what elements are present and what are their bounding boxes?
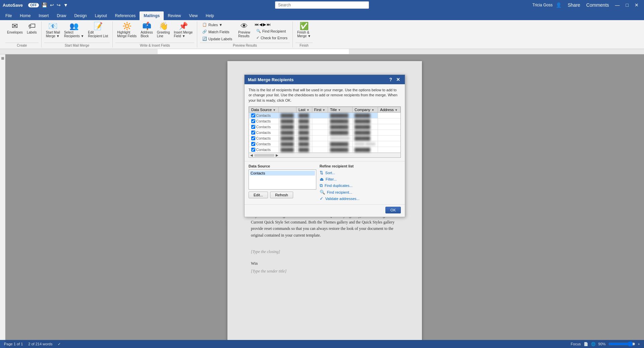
row-checkbox[interactable] xyxy=(251,119,255,123)
col-address[interactable]: Address ▼ xyxy=(378,107,400,113)
ruler-inner xyxy=(0,49,644,54)
envelopes-button[interactable]: ✉ Envelopes xyxy=(5,21,24,35)
tab-design[interactable]: Design xyxy=(70,11,91,20)
tab-draw[interactable]: Draw xyxy=(53,11,70,20)
scroll-left[interactable]: ◀ xyxy=(250,153,254,157)
greeting-line-button[interactable]: 👋 GreetingLine xyxy=(155,21,171,39)
edit-button[interactable]: Edit... xyxy=(249,192,268,198)
tab-help[interactable]: Help xyxy=(202,11,218,20)
datasource-item-contacts[interactable]: Contacts xyxy=(250,171,315,176)
col-company[interactable]: Company ▼ xyxy=(353,107,378,113)
prev-record-icon[interactable]: ⏮ xyxy=(255,22,259,27)
highlight-label: HighlightMerge Fields xyxy=(117,31,137,38)
row-checkbox[interactable] xyxy=(251,136,255,140)
col-first[interactable]: First ▼ xyxy=(312,107,328,113)
address-block-icon: 📫 xyxy=(142,22,151,30)
tab-file[interactable]: File xyxy=(1,11,16,20)
sort-label: Sort... xyxy=(325,171,335,175)
dialog-help-button[interactable]: ? xyxy=(388,77,393,82)
undo-icon[interactable]: ↩ xyxy=(50,2,54,8)
address-block-label: AddressBlock xyxy=(141,31,153,38)
tab-references[interactable]: References xyxy=(111,11,140,20)
table-row[interactable]: Contacts █████ ████ ███████ ██████ xyxy=(249,124,400,130)
row-checkbox[interactable] xyxy=(251,113,255,117)
row-checkbox[interactable] xyxy=(251,125,255,129)
col-last[interactable]: Last ▼ xyxy=(296,107,312,113)
dialog-body: This is the list of recipients that will… xyxy=(245,84,405,161)
tab-home[interactable]: Home xyxy=(16,11,35,20)
scroll-right[interactable]: ▶ xyxy=(275,153,279,157)
refresh-button[interactable]: Refresh xyxy=(270,192,293,198)
finish-icon: ✅ xyxy=(300,22,309,30)
write-group-label: Write & Insert Fields xyxy=(115,43,194,47)
table-row[interactable]: Contacts █████ ████ ███████ ██████ xyxy=(249,147,400,153)
rules-icon: 📋 xyxy=(202,22,207,27)
table-row[interactable]: Contacts █████ ████ ███████ ██████ xyxy=(249,118,400,124)
row-checkbox[interactable] xyxy=(251,148,255,152)
edit-recipients-button[interactable]: 📝 EditRecipient List xyxy=(86,21,110,39)
table-row[interactable]: Contacts █████ ████ ███████ ██████ xyxy=(249,113,400,118)
finish-group-items: ✅ Finish &Merge ▼ xyxy=(296,21,313,42)
prev-icon[interactable]: ◀ xyxy=(259,22,262,27)
row-source: Contacts xyxy=(249,124,279,130)
more-icon[interactable]: ▼ xyxy=(63,2,68,8)
dialog-title-icons: ? ✕ xyxy=(388,77,401,82)
save-icon[interactable]: 💾 xyxy=(42,2,47,8)
check-errors-button[interactable]: ✓ Check for Errors xyxy=(254,35,290,41)
tab-insert[interactable]: Insert xyxy=(35,11,53,20)
close-button[interactable]: ✕ xyxy=(632,2,641,8)
last-record-icon[interactable]: ⏭ xyxy=(267,22,271,27)
dialog-close-button[interactable]: ✕ xyxy=(395,77,401,82)
autosave-toggle[interactable]: OFF xyxy=(28,3,39,7)
highlight-merge-button[interactable]: 🔆 HighlightMerge Fields xyxy=(115,21,138,39)
row-checkbox[interactable] xyxy=(251,142,255,146)
update-labels-label: Update Labels xyxy=(208,37,232,41)
minimize-button[interactable]: — xyxy=(612,2,623,8)
finish-merge-button[interactable]: ✅ Finish &Merge ▼ xyxy=(296,21,313,39)
rules-label: Rules ▼ xyxy=(208,23,222,27)
col-title[interactable]: Title ▼ xyxy=(328,107,352,113)
table-row[interactable]: Contacts █████ ████ ███████ ██████ xyxy=(249,130,400,136)
tab-review[interactable]: Review xyxy=(164,11,185,20)
comments-button[interactable]: Comments xyxy=(584,2,612,8)
envelopes-icon: ✉ xyxy=(12,22,18,30)
datasource-list: Contacts xyxy=(249,169,316,190)
rules-button[interactable]: 📋 Rules ▼ xyxy=(200,21,234,28)
find-recipient-label: Find Recipient xyxy=(262,29,286,33)
tab-mailings[interactable]: Mailings xyxy=(140,11,164,20)
tab-view[interactable]: View xyxy=(185,11,202,20)
ok-button[interactable]: OK xyxy=(385,207,401,213)
scroll-thumb[interactable] xyxy=(254,154,274,157)
validate-link[interactable]: ✓ Validate addresses... xyxy=(320,195,401,202)
find-duplicates-link[interactable]: ⧉ Find duplicates... xyxy=(320,182,401,189)
insert-merge-field-button[interactable]: 📌 Insert MergeField ▼ xyxy=(172,21,194,39)
table-horizontal-scroll[interactable]: ◀ ▶ xyxy=(249,153,400,157)
finish-group-label: Finish xyxy=(296,43,313,47)
match-fields-button[interactable]: 🔗 Match Fields xyxy=(200,29,234,35)
row-last: █████ xyxy=(278,113,296,118)
select-recipients-button[interactable]: 👥 SelectRecipients ▼ xyxy=(62,21,86,39)
col-data-source[interactable]: Data Source ▼ xyxy=(249,107,279,113)
user-avatar: 👤 xyxy=(556,2,561,8)
find-recipient-button[interactable]: 🔍 Find Recipient xyxy=(254,28,290,34)
start-mail-merge-button[interactable]: 📧 Start MailMerge ▼ xyxy=(44,21,62,39)
dialog-description: This is the list of recipients that will… xyxy=(249,88,401,103)
start-group-items: 📧 Start MailMerge ▼ 👥 SelectRecipients ▼… xyxy=(44,21,110,42)
sort-link[interactable]: ⇅ Sort... xyxy=(320,169,401,176)
update-labels-button[interactable]: 🔄 Update Labels xyxy=(200,36,234,42)
redo-icon[interactable]: ↪ xyxy=(57,2,61,8)
share-button[interactable]: Share xyxy=(565,2,583,8)
row-checkbox[interactable] xyxy=(251,131,255,135)
next-icon[interactable]: ▶ xyxy=(263,22,266,27)
preview-results-button[interactable]: 👁 PreviewResults xyxy=(236,21,252,39)
labels-button[interactable]: 🏷 Labels xyxy=(25,21,39,35)
filter-link[interactable]: ⏏ Filter... xyxy=(320,176,401,182)
row-source: Contacts xyxy=(249,130,279,136)
address-block-button[interactable]: 📫 AddressBlock xyxy=(139,21,155,39)
table-row[interactable]: Contacts █████ ████ XXXXXXXX ██████ xyxy=(249,136,400,141)
search-input[interactable] xyxy=(275,1,369,9)
tab-layout[interactable]: Layout xyxy=(91,11,111,20)
table-row[interactable]: Contacts █████ ████ ███████ XXXX XXXX xyxy=(249,141,400,147)
maximize-button[interactable]: □ xyxy=(623,2,631,8)
find-recipient-link[interactable]: 🔍 Find recipient... xyxy=(320,189,401,195)
